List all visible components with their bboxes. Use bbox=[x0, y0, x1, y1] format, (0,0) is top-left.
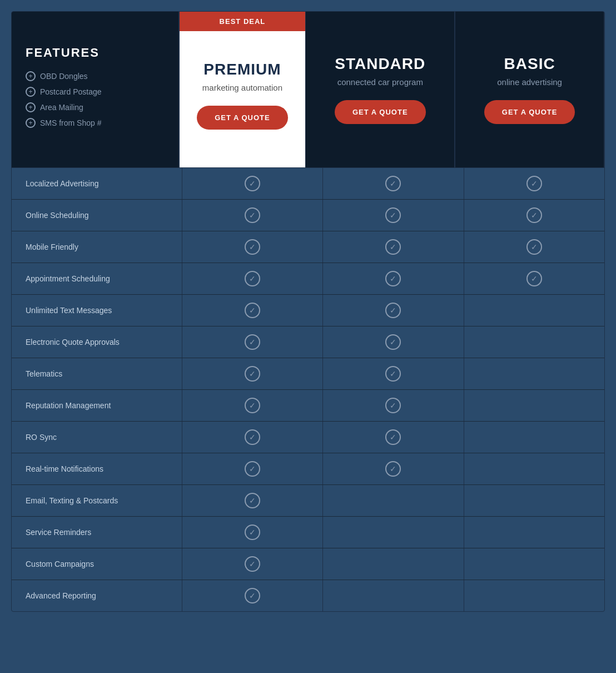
feature-name-cell: Service Reminders bbox=[12, 517, 182, 548]
premium-check-cell: ✓ bbox=[182, 263, 323, 294]
check-icon: ✓ bbox=[526, 176, 542, 191]
check-icon: ✓ bbox=[385, 239, 401, 255]
feature-name-cell: Unlimited Text Messages bbox=[12, 295, 182, 326]
premium-check-cell: ✓ bbox=[182, 390, 323, 421]
features-body: Localized Advertising✓✓✓Online Schedulin… bbox=[12, 168, 604, 611]
check-icon: ✓ bbox=[245, 271, 260, 286]
check-icon: ✓ bbox=[385, 334, 401, 350]
standard-title: STANDARD bbox=[335, 55, 425, 73]
premium-check-cell: ✓ bbox=[182, 517, 323, 548]
standard-check-cell: ✓ bbox=[323, 390, 464, 421]
premium-check-cell: ✓ bbox=[182, 485, 323, 516]
standard-check-cell bbox=[323, 548, 464, 580]
standard-check-cell: ✓ bbox=[323, 358, 464, 389]
premium-check-cell: ✓ bbox=[182, 231, 323, 263]
feature-row: Unlimited Text Messages✓✓ bbox=[12, 295, 604, 326]
feature-row: Online Scheduling✓✓✓ bbox=[12, 200, 604, 231]
features-header: FEATURES + OBD Dongles + Postcard Postag… bbox=[12, 12, 179, 168]
standard-check-cell: ✓ bbox=[323, 326, 464, 358]
feature-row: RO Sync✓✓ bbox=[12, 422, 604, 453]
basic-title: BASIC bbox=[504, 55, 555, 73]
premium-check-cell: ✓ bbox=[182, 295, 323, 326]
basic-check-cell bbox=[464, 580, 604, 611]
feature-row: Real-time Notifications✓✓ bbox=[12, 453, 604, 485]
standard-check-cell: ✓ bbox=[323, 168, 464, 199]
check-icon: ✓ bbox=[526, 271, 542, 286]
premium-check-cell: ✓ bbox=[182, 548, 323, 580]
check-icon: ✓ bbox=[245, 429, 260, 445]
basic-check-cell bbox=[464, 358, 604, 389]
check-icon: ✓ bbox=[385, 461, 401, 477]
basic-check-cell bbox=[464, 390, 604, 421]
header-row: FEATURES + OBD Dongles + Postcard Postag… bbox=[12, 12, 604, 168]
feature-name-cell: Localized Advertising bbox=[12, 168, 182, 199]
premium-check-cell: ✓ bbox=[182, 168, 323, 199]
standard-check-cell: ✓ bbox=[323, 453, 464, 484]
feature-row: Service Reminders✓ bbox=[12, 517, 604, 548]
premium-check-cell: ✓ bbox=[182, 358, 323, 389]
feature-row: Localized Advertising✓✓✓ bbox=[12, 168, 604, 200]
standard-check-cell bbox=[323, 580, 464, 611]
premium-check-cell: ✓ bbox=[182, 453, 323, 484]
standard-check-cell: ✓ bbox=[323, 295, 464, 326]
feature-row: Electronic Quote Approvals✓✓ bbox=[12, 326, 604, 358]
standard-check-cell bbox=[323, 485, 464, 516]
check-icon: ✓ bbox=[385, 366, 401, 382]
check-icon: ✓ bbox=[245, 556, 260, 572]
basic-check-cell bbox=[464, 517, 604, 548]
standard-check-cell: ✓ bbox=[323, 231, 464, 263]
basic-header: BASIC online advertising GET A QUOTE bbox=[455, 12, 604, 168]
feature-include-item: + Area Mailing bbox=[26, 102, 102, 112]
check-icon: ✓ bbox=[526, 207, 542, 223]
basic-check-cell bbox=[464, 453, 604, 484]
check-icon: ✓ bbox=[385, 176, 401, 191]
check-icon: ✓ bbox=[385, 429, 401, 445]
feature-include-item: + SMS from Shop # bbox=[26, 118, 102, 128]
feature-include-item: + Postcard Postage bbox=[26, 87, 102, 97]
check-icon: ✓ bbox=[245, 366, 260, 382]
check-icon: ✓ bbox=[385, 398, 401, 413]
premium-subtitle: marketing automation bbox=[202, 83, 282, 92]
check-icon: ✓ bbox=[245, 461, 260, 477]
premium-check-cell: ✓ bbox=[182, 422, 323, 453]
pricing-table: FEATURES + OBD Dongles + Postcard Postag… bbox=[11, 11, 605, 612]
feature-include-label: SMS from Shop # bbox=[40, 118, 102, 127]
check-icon: ✓ bbox=[245, 493, 260, 508]
feature-name-cell: RO Sync bbox=[12, 422, 182, 453]
basic-check-cell: ✓ bbox=[464, 231, 604, 263]
check-icon: ✓ bbox=[245, 176, 260, 191]
feature-name-cell: Email, Texting & Postcards bbox=[12, 485, 182, 516]
feature-row: Advanced Reporting✓ bbox=[12, 580, 604, 611]
feature-name-cell: Mobile Friendly bbox=[12, 231, 182, 263]
feature-row: Custom Campaigns✓ bbox=[12, 548, 604, 580]
feature-name-cell: Real-time Notifications bbox=[12, 453, 182, 484]
feature-name-cell: Appointment Scheduling bbox=[12, 263, 182, 294]
standard-check-cell bbox=[323, 517, 464, 548]
standard-cta-button[interactable]: GET A QUOTE bbox=[335, 100, 426, 124]
premium-header: PREMIUM marketing automation GET A QUOTE bbox=[180, 12, 306, 167]
basic-cta-button[interactable]: GET A QUOTE bbox=[484, 100, 575, 124]
premium-check-cell: ✓ bbox=[182, 326, 323, 358]
standard-subtitle: connected car program bbox=[337, 77, 423, 87]
basic-check-cell bbox=[464, 326, 604, 358]
standard-check-cell: ✓ bbox=[323, 263, 464, 294]
feature-name-cell: Electronic Quote Approvals bbox=[12, 326, 182, 358]
basic-check-cell bbox=[464, 485, 604, 516]
feature-name-cell: Advanced Reporting bbox=[12, 580, 182, 611]
features-includes-list: + OBD Dongles + Postcard Postage + Area … bbox=[26, 71, 102, 133]
feature-row: Telematics✓✓ bbox=[12, 358, 604, 390]
check-icon: ✓ bbox=[526, 239, 542, 255]
premium-header-wrapper: BEST DEAL PREMIUM marketing automation G… bbox=[179, 12, 306, 168]
check-icon: ✓ bbox=[245, 524, 260, 540]
feature-row: Email, Texting & Postcards✓ bbox=[12, 485, 604, 517]
feature-name-cell: Custom Campaigns bbox=[12, 548, 182, 580]
standard-check-cell: ✓ bbox=[323, 200, 464, 231]
basic-subtitle: online advertising bbox=[497, 77, 562, 87]
premium-check-cell: ✓ bbox=[182, 580, 323, 611]
check-icon: ✓ bbox=[385, 207, 401, 223]
basic-check-cell: ✓ bbox=[464, 168, 604, 199]
premium-cta-button[interactable]: GET A QUOTE bbox=[197, 106, 288, 130]
feature-name-cell: Telematics bbox=[12, 358, 182, 389]
plus-icon: + bbox=[26, 87, 36, 97]
check-icon: ✓ bbox=[385, 271, 401, 286]
